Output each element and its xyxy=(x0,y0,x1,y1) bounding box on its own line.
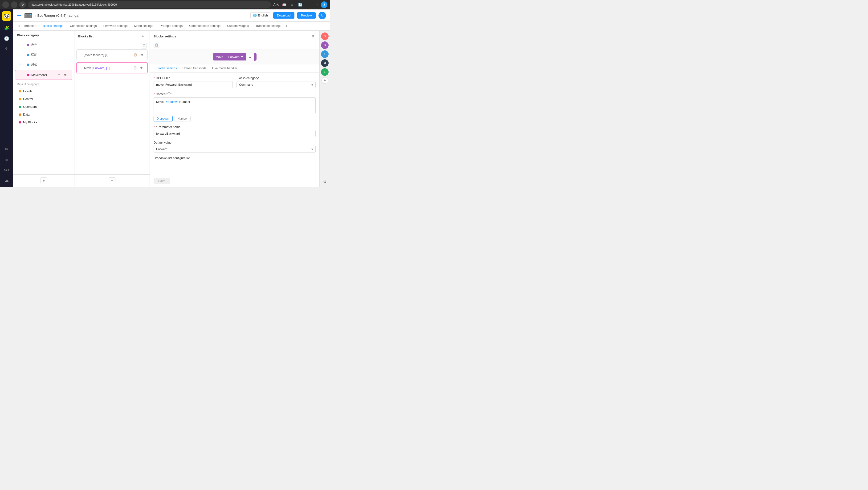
edit-category-button[interactable]: ✏ xyxy=(56,72,62,78)
delete-category-button[interactable]: 🗑 xyxy=(63,72,68,78)
sidebar-icon-menu[interactable]: ≡ xyxy=(2,155,11,164)
param-name-input[interactable] xyxy=(154,130,316,137)
sidebar-icon-cloud[interactable]: ☁ xyxy=(2,175,11,185)
panel-mid-header: Blocks list ✏ xyxy=(74,31,150,41)
sidebar-icon-puzzle[interactable]: 🧩 xyxy=(2,24,11,33)
app-header: ☰ mBot Ranger (0.4.4) (auriga) 🌐 English… xyxy=(13,9,330,22)
copy-settings-button[interactable]: 📋 xyxy=(154,42,159,48)
param-tag-dropdown[interactable]: Dropdown xyxy=(154,116,173,122)
copy-block-item2-button[interactable]: 📋 xyxy=(132,65,138,71)
reader-button[interactable]: 📖 xyxy=(281,1,287,8)
block-item-0[interactable]: ⋮ [Move forward] [1] 📋 🗑 xyxy=(76,50,148,60)
delete-category-button[interactable]: 🗑 xyxy=(63,42,68,48)
form-group-default-value: Default value: Forward ▼ xyxy=(154,141,316,153)
subtab-upload-transcode[interactable]: Upload transcode xyxy=(180,64,209,72)
category-item-operators[interactable]: Operators xyxy=(15,103,72,110)
refresh2-button[interactable]: 🔄 xyxy=(297,1,303,8)
blocks-list-edit-button[interactable]: ✏ xyxy=(140,33,146,39)
category-item-yundong[interactable]: ⋮⋮ 运动 ✏ 🗑 xyxy=(15,50,72,60)
hamburger-button[interactable]: ☰ xyxy=(17,13,21,19)
category-item-my-blocks[interactable]: My Blocks xyxy=(15,119,72,126)
delete-category-button[interactable]: 🗑 xyxy=(63,62,68,68)
scratch-block-move: Move xyxy=(213,53,226,61)
tab-information[interactable]: ormation xyxy=(21,22,39,30)
add-avatar-button[interactable]: + xyxy=(321,77,328,84)
translate-button[interactable]: Aあ xyxy=(273,1,279,8)
sidebar-icon-edit[interactable]: ✏ xyxy=(2,144,11,154)
default-section-label: Default category xyxy=(17,83,37,86)
content-field[interactable]: Move Dropdown Number xyxy=(154,97,316,114)
param-name-label: * * Parameter name: xyxy=(154,125,316,129)
tab-common-code-settings[interactable]: Common code settings xyxy=(186,22,224,30)
blocks-category-label: Blocks category: xyxy=(237,76,316,80)
block-item-1[interactable]: ⋮ Move [Forward] [1] 📋 🗑 xyxy=(76,62,148,73)
tab-prompts-settings[interactable]: Prompts settings xyxy=(156,22,186,30)
splitview-button[interactable]: ⊞ xyxy=(305,1,311,8)
forward-button[interactable]: → xyxy=(11,1,18,8)
color-dot xyxy=(27,64,29,66)
avatar-s[interactable]: S xyxy=(321,32,329,40)
language-button[interactable]: 🌐 English xyxy=(250,12,271,19)
delete-block-item2-button[interactable]: 🗑 xyxy=(139,65,145,71)
category-item-ganzhi[interactable]: ⋮⋮ 感知 ✏ 🗑 xyxy=(15,60,72,69)
param-tag-number[interactable]: Number xyxy=(175,116,191,122)
drag-handle-icon: ⋮⋮ xyxy=(19,63,25,67)
category-item-movement-plus[interactable]: ⋮⋮ Movement+ ✏ 🗑 xyxy=(15,70,72,80)
device-name: mBot Ranger (0.4.4) (auriga) xyxy=(34,13,80,18)
edit-category-button[interactable]: ✏ xyxy=(56,42,62,48)
copy-block-button[interactable]: 📋 xyxy=(141,43,147,48)
category-item-shengguang[interactable]: ⋮⋮ 声光 ✏ 🗑 xyxy=(15,40,72,50)
tab-blocks-settings[interactable]: Blocks settings xyxy=(39,22,67,30)
tab-menu-settings[interactable]: Menu settings xyxy=(131,22,156,30)
edit-category-button[interactable]: ✏ xyxy=(56,52,62,58)
edit-category-button[interactable]: ✏ xyxy=(56,62,62,68)
svg-rect-4 xyxy=(27,15,30,17)
tab-custom-widgets[interactable]: Custom widgets xyxy=(224,22,252,30)
add-block-button[interactable]: + xyxy=(109,177,116,184)
default-value-select[interactable]: Forward xyxy=(154,146,316,153)
sidebar-icon-code[interactable]: </> xyxy=(2,165,11,175)
sidebar-icon-send[interactable]: ✈ xyxy=(2,44,11,54)
avatar-m[interactable]: M xyxy=(321,59,329,67)
view-toggle-button[interactable]: ⊞ xyxy=(310,33,316,39)
settings-gear-button[interactable]: ⚙ xyxy=(321,178,328,185)
refresh-button[interactable]: ↻ xyxy=(19,1,26,8)
content-info-icon: ⓘ xyxy=(167,92,170,96)
sidebar-icon-clock[interactable]: 🕐 xyxy=(2,34,11,43)
favorites-button[interactable]: ☆ xyxy=(289,1,296,8)
subtab-live-mode-handler[interactable]: Live mode handler xyxy=(209,64,240,72)
category-item-data[interactable]: Data xyxy=(15,111,72,118)
avatar-b[interactable]: B xyxy=(321,41,329,49)
avatar-f[interactable]: F xyxy=(321,51,329,58)
tab-nav-next[interactable]: > xyxy=(284,24,288,28)
tab-transcode-settings[interactable]: Transcode settings xyxy=(252,22,284,30)
color-dot xyxy=(19,113,21,116)
copy-block-item-button[interactable]: 📋 xyxy=(132,52,138,58)
default-category-section: Default category ⓘ xyxy=(13,80,74,87)
download-button[interactable]: Download xyxy=(273,12,294,19)
subtab-blocks-settings[interactable]: Blocks settings xyxy=(154,64,180,72)
blocks-category-select[interactable]: Command xyxy=(237,81,316,88)
opcode-input[interactable] xyxy=(154,81,233,88)
avatar-l[interactable]: L xyxy=(321,68,329,76)
address-bar[interactable] xyxy=(28,1,271,8)
preview-button[interactable]: Preview xyxy=(297,12,316,19)
back-button[interactable]: ← xyxy=(2,1,9,8)
tab-firmware-settings[interactable]: Firmware settings xyxy=(100,22,131,30)
delete-block-item-button[interactable]: 🗑 xyxy=(139,52,145,58)
tab-connection-settings[interactable]: Connection settings xyxy=(67,22,100,30)
more-button[interactable]: ⋯ xyxy=(313,1,319,8)
drag-handle-icon: ⋮ xyxy=(80,66,83,70)
add-category-button[interactable]: + xyxy=(40,177,47,184)
scratch-block-dropdown[interactable]: Forward ▼ xyxy=(226,53,246,61)
content-label: * Content ⓘ : xyxy=(154,92,316,96)
tab-nav-prev[interactable]: < xyxy=(17,24,21,28)
category-actions: ✏ 🗑 xyxy=(56,72,68,78)
svg-point-2 xyxy=(25,14,26,15)
save-button[interactable]: Save xyxy=(154,178,170,184)
category-item-control[interactable]: Control xyxy=(15,95,72,103)
delete-category-button[interactable]: 🗑 xyxy=(63,52,68,58)
content-dropdown-text: Dropdown xyxy=(164,100,178,103)
category-item-events[interactable]: Events xyxy=(15,88,72,95)
required-star: * xyxy=(154,92,155,96)
